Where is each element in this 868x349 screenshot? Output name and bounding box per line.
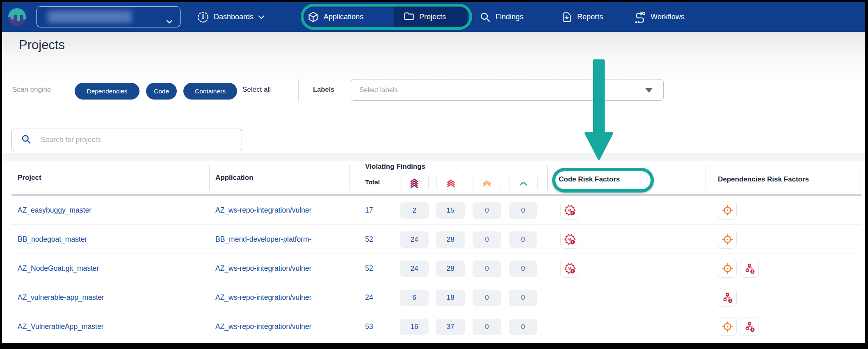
svg-text:!: ! — [752, 270, 753, 274]
organization-selector[interactable] — [37, 6, 180, 27]
projects-table: Project Application Violating Findings T… — [11, 161, 861, 341]
severity-high-chevrons-icon — [445, 178, 457, 189]
dependency-tree-warning-icon[interactable]: ! — [718, 288, 737, 307]
column-header-project: Project — [18, 174, 41, 182]
top-navigation-bar: Dashboards Applications Projects Finding… — [2, 2, 865, 32]
table-row: BB_nodegoat_master BB_mend-developer-pla… — [11, 225, 861, 254]
high-count-badge[interactable]: 37 — [436, 319, 465, 335]
medium-count-badge[interactable]: 0 — [473, 231, 501, 248]
high-count-badge[interactable]: 28 — [436, 231, 465, 248]
severity-medium-filter-button[interactable] — [473, 175, 501, 191]
table-header: Project Application Violating Findings T… — [11, 161, 861, 194]
project-link[interactable]: AZ_vulnerable-app_master — [18, 283, 104, 312]
chip-dependencies[interactable]: Dependencies — [75, 83, 139, 100]
seal-percent-warning-icon[interactable]: % ! — [560, 201, 579, 220]
chevron-down-icon — [166, 18, 173, 25]
critical-count-badge[interactable]: 16 — [400, 319, 429, 335]
project-link[interactable]: BB_nodegoat_master — [18, 225, 87, 254]
nav-item-workflows[interactable]: Workflows — [634, 2, 685, 32]
application-link[interactable]: BB_mend-developer-platform- — [215, 225, 311, 254]
critical-count-badge[interactable]: 2 — [400, 202, 429, 219]
table-body: AZ_easybuggy_master AZ_ws-repo-integrati… — [11, 196, 861, 341]
caret-down-icon — [645, 88, 653, 93]
medium-count-badge[interactable]: 0 — [473, 261, 501, 277]
folder-icon — [403, 10, 415, 24]
deps-risk-cell: ! — [718, 259, 759, 278]
total-findings-value: 52 — [365, 225, 373, 254]
nav-label-projects: Projects — [419, 13, 446, 21]
table-row: AZ_VulnerableApp_master AZ_ws-repo-integ… — [11, 312, 861, 341]
table-row: AZ_NodeGoat.git_master AZ_ws-repo-integr… — [11, 254, 861, 283]
project-search-box[interactable] — [11, 129, 242, 151]
svg-text:!: ! — [752, 328, 753, 332]
reachability-target-icon[interactable] — [718, 317, 737, 336]
severity-high-filter-button[interactable] — [436, 175, 465, 191]
severity-filter-buttons — [400, 175, 538, 191]
seal-percent-warning-icon[interactable]: % ! — [560, 259, 579, 278]
application-link[interactable]: AZ_ws-repo-integration/vulner — [215, 283, 311, 312]
application-link[interactable]: AZ_ws-repo-integration/vulner — [215, 312, 311, 341]
application-link[interactable]: AZ_ws-repo-integration/vulner — [215, 254, 311, 283]
chip-containers[interactable]: Containers — [183, 83, 237, 100]
seal-percent-warning-icon[interactable]: % ! — [560, 230, 579, 249]
svg-text:!: ! — [572, 211, 573, 215]
low-count-badge[interactable]: 0 — [509, 290, 537, 306]
medium-count-badge[interactable]: 0 — [473, 202, 501, 219]
code-risk-cell: % ! — [560, 201, 579, 220]
labels-label: Labels — [313, 86, 334, 93]
dependency-tree-warning-icon[interactable]: ! — [740, 259, 759, 278]
select-all-link[interactable]: Select all — [242, 86, 271, 94]
high-count-badge[interactable]: 28 — [436, 261, 465, 277]
reachability-target-icon[interactable] — [718, 259, 737, 278]
mend-logo-icon[interactable] — [7, 7, 27, 27]
nav-item-reports[interactable]: Reports — [561, 2, 603, 32]
nav-item-dashboards[interactable]: Dashboards — [197, 2, 265, 32]
medium-count-badge[interactable]: 0 — [473, 290, 501, 306]
chip-code[interactable]: Code — [146, 83, 177, 100]
severity-critical-filter-button[interactable] — [400, 175, 429, 191]
project-link[interactable]: AZ_easybuggy_master — [18, 196, 91, 225]
severity-low-filter-button[interactable] — [509, 175, 538, 191]
high-count-badge[interactable]: 18 — [436, 290, 465, 306]
table-row: AZ_vulnerable-app_master AZ_ws-repo-inte… — [11, 283, 861, 312]
nav-item-projects-selected[interactable]: Projects — [394, 5, 467, 28]
labels-select-input[interactable] — [359, 79, 589, 100]
project-link[interactable]: AZ_NodeGoat.git_master — [18, 254, 99, 283]
reachability-target-icon[interactable] — [718, 230, 737, 249]
labels-select[interactable] — [351, 79, 664, 101]
annotation-arrow-down — [580, 59, 619, 163]
total-findings-value: 17 — [365, 196, 373, 225]
low-count-badge[interactable]: 0 — [509, 202, 537, 219]
code-risk-cell: % ! — [560, 230, 579, 249]
nav-label-findings: Findings — [496, 13, 523, 21]
total-findings-value: 24 — [365, 283, 373, 312]
magnifier-icon — [480, 11, 491, 23]
table-top-band — [2, 153, 865, 161]
reachability-target-icon[interactable] — [718, 201, 737, 220]
nav-label-dashboards: Dashboards — [214, 13, 254, 21]
high-count-badge[interactable]: 15 — [436, 202, 465, 219]
deps-risk-cell — [718, 201, 737, 220]
organization-name-redacted — [48, 11, 132, 23]
cube-icon — [307, 11, 319, 23]
nav-item-applications[interactable]: Applications — [307, 2, 363, 32]
gauge-icon — [197, 11, 209, 23]
nav-item-findings[interactable]: Findings — [480, 2, 523, 32]
severity-medium-chevrons-icon — [481, 178, 493, 189]
medium-count-badge[interactable]: 0 — [473, 319, 501, 335]
low-count-badge[interactable]: 0 — [509, 231, 537, 248]
total-findings-value: 53 — [365, 312, 373, 341]
code-risk-cell: % ! — [560, 259, 579, 278]
low-count-badge[interactable]: 0 — [509, 319, 537, 335]
column-header-dependencies-risk-factors: Dependencies Risk Factors — [718, 175, 809, 184]
critical-count-badge[interactable]: 24 — [400, 231, 429, 248]
app-window: Dashboards Applications Projects Finding… — [2, 2, 865, 343]
application-link[interactable]: AZ_ws-repo-integration/vulner — [215, 196, 311, 225]
project-search-input[interactable] — [41, 136, 221, 144]
critical-count-badge[interactable]: 24 — [400, 261, 429, 277]
nav-label-applications: Applications — [324, 13, 363, 21]
critical-count-badge[interactable]: 6 — [400, 290, 429, 306]
low-count-badge[interactable]: 0 — [509, 261, 537, 277]
project-link[interactable]: AZ_VulnerableApp_master — [18, 312, 103, 341]
dependency-tree-warning-icon[interactable]: ! — [740, 317, 759, 336]
